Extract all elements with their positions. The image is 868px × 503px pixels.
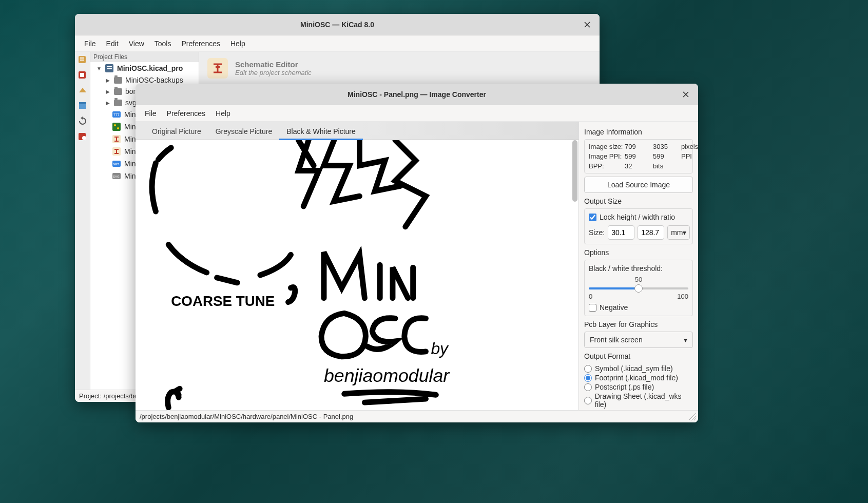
kicad-menubar: File Edit View Tools Preferences Help (75, 35, 600, 52)
file-icon (112, 147, 121, 156)
svg-rect-2 (80, 60, 84, 61)
format-header: Output Format (584, 352, 693, 360)
size-label: Size: (589, 228, 605, 237)
svg-rect-14 (112, 123, 121, 131)
svg-rect-23 (216, 66, 220, 68)
info-header: Image Information (584, 128, 693, 136)
lock-ratio-input[interactable] (589, 214, 596, 221)
svg-text:COARSE TUNE: COARSE TUNE (171, 293, 275, 309)
tab-greyscale[interactable]: Greyscale Picture (208, 123, 279, 140)
format-postscript-radio[interactable]: Postscript (.ps file) (584, 383, 693, 391)
svg-text:by: by (431, 339, 449, 358)
svg-text:NET: NET (113, 163, 119, 166)
svg-point-15 (114, 124, 116, 126)
tool-icon-6[interactable] (77, 131, 88, 142)
menu-file[interactable]: File (79, 37, 101, 50)
tree-folder-label: svg (125, 99, 137, 107)
menu-view[interactable]: View (124, 37, 149, 50)
format-drawing-radio[interactable]: Drawing Sheet (.kicad_wks file) (584, 392, 693, 409)
tree-folder-label: MiniOSC-backups (125, 76, 183, 84)
kicad-titlebar: MiniOSC — KiCad 8.0 (75, 14, 600, 35)
menu-help[interactable]: Help (225, 37, 250, 50)
tab-blackwhite[interactable]: Black & White Picture (279, 123, 363, 140)
image-converter-window: MiniOSC - Panel.png — Image Converter Fi… (136, 84, 698, 422)
svg-point-16 (117, 127, 119, 129)
tab-original[interactable]: Original Picture (145, 123, 208, 140)
tool-icon-4[interactable] (77, 100, 88, 111)
size-unit-select[interactable]: mm ▾ (667, 225, 690, 240)
kicad-left-toolbar (75, 52, 90, 390)
kicad-title: MiniOSC — KiCad 8.0 (300, 21, 374, 29)
close-icon[interactable] (681, 89, 691, 100)
menu-edit[interactable]: Edit (101, 37, 124, 50)
svg-rect-6 (79, 102, 86, 104)
schematic-title: Schematic Editor (235, 60, 312, 69)
tool-icon-2[interactable] (77, 69, 88, 81)
layer-header: Pcb Layer for Graphics (584, 320, 693, 328)
negative-checkbox[interactable]: Negative (589, 303, 688, 312)
load-source-button[interactable]: Load Source Image (584, 177, 693, 193)
menu-help[interactable]: Help (210, 107, 236, 120)
slider-thumb[interactable] (634, 284, 643, 293)
tree-arrow-down-icon: ▼ (97, 66, 102, 71)
conv-title: MiniOSC - Panel.png — Image Converter (348, 90, 486, 99)
conv-titlebar: MiniOSC - Panel.png — Image Converter (136, 84, 698, 105)
image-preview[interactable]: COARSE TUNE by benjiaomodular (136, 140, 579, 410)
tool-refresh-icon[interactable] (77, 115, 88, 127)
schematic-sub: Edit the project schematic (235, 69, 312, 76)
tree-root[interactable]: ▼ MiniOSC.kicad_pro (90, 62, 199, 74)
tree-header: Project Files (90, 52, 199, 62)
conv-tabs: Original Picture Greyscale Picture Black… (136, 122, 579, 140)
tree-arrow-right-icon: ▶ (106, 78, 111, 83)
file-icon (112, 122, 121, 131)
svg-point-8 (82, 136, 86, 140)
conv-statusbar: /projects/benjiaomodular/MiniOSC/hardwar… (136, 410, 698, 422)
threshold-value: 50 (589, 276, 688, 283)
chevron-down-icon: ▾ (683, 228, 686, 237)
threshold-slider[interactable] (589, 283, 688, 293)
svg-rect-11 (107, 68, 112, 69)
tool-icon-1[interactable] (77, 54, 88, 65)
format-symbol-radio[interactable]: Symbol (.kicad_sym file) (584, 364, 693, 373)
output-size-header: Output Size (584, 197, 693, 205)
menu-preferences[interactable]: Preferences (162, 107, 210, 120)
folder-icon (114, 88, 122, 95)
svg-rect-5 (79, 104, 86, 109)
svg-rect-10 (107, 66, 112, 67)
file-icon: NET (112, 159, 121, 168)
file-icon (112, 134, 121, 144)
close-icon[interactable] (582, 20, 592, 30)
menu-preferences[interactable]: Preferences (176, 37, 225, 50)
size-width-input[interactable] (608, 225, 634, 240)
schematic-icon (207, 58, 228, 79)
tool-icon-3[interactable] (77, 85, 88, 96)
menu-tools[interactable]: Tools (149, 37, 177, 50)
preview-scrollbar[interactable] (572, 140, 577, 410)
svg-text:benjiaomodular: benjiaomodular (324, 365, 450, 386)
lock-ratio-checkbox[interactable]: Lock height / width ratio (589, 213, 688, 221)
schematic-editor-launcher[interactable]: Schematic Editor Edit the project schema… (207, 58, 591, 79)
tree-arrow-right-icon: ▶ (106, 100, 111, 106)
tree-arrow-right-icon: ▶ (106, 89, 111, 94)
conv-side-panel: Image Information Image size: 709 3035 p… (579, 122, 698, 410)
resize-grip-icon[interactable] (689, 413, 696, 420)
folder-icon (114, 100, 122, 106)
size-height-input[interactable] (638, 225, 664, 240)
conv-menubar: File Preferences Help (136, 105, 698, 122)
svg-rect-1 (80, 57, 84, 59)
format-footprint-radio[interactable]: Footprint (.kicad_mod file) (584, 374, 693, 382)
kicad-status-text: Project: /projects/be (79, 392, 138, 400)
file-icon: 777 (112, 110, 121, 119)
image-info-grid: Image size: 709 3035 pixels Image PPI: 5… (584, 139, 693, 173)
menu-file[interactable]: File (140, 107, 162, 120)
options-header: Options (584, 248, 693, 257)
conv-status-text: /projects/benjiaomodular/MiniOSC/hardwar… (140, 413, 353, 420)
file-icon: SVG (112, 171, 121, 181)
project-icon (105, 64, 114, 73)
scrollbar-thumb[interactable] (572, 140, 577, 202)
svg-text:SVG: SVG (113, 175, 120, 178)
svg-rect-4 (80, 73, 84, 77)
negative-input[interactable] (589, 304, 596, 312)
tree-root-label: MiniOSC.kicad_pro (117, 64, 183, 72)
layer-select[interactable]: Front silk screen ▾ (584, 332, 693, 348)
